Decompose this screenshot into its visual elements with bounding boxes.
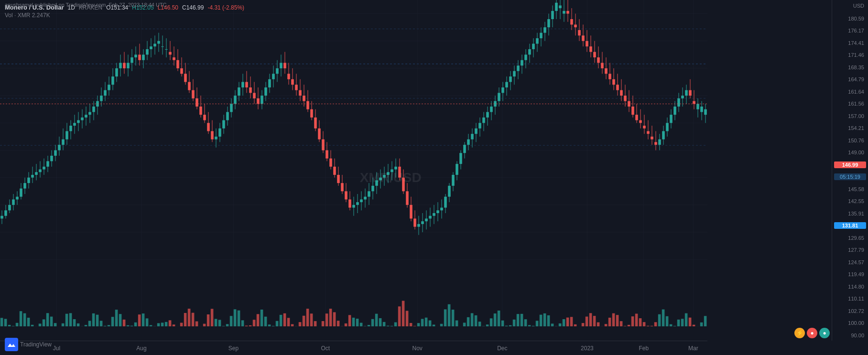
time-display: 05:15:19 (834, 173, 866, 180)
indicator-icon-1: ⚡ (794, 328, 805, 338)
tradingview-logo: TradingView (5, 338, 52, 351)
price-90: 90.00 (834, 332, 866, 339)
price-129: 129.65 (834, 235, 866, 241)
price-119: 119.49 (834, 271, 866, 278)
svg-rect-0 (5, 338, 18, 351)
price-161a: 161.64 (834, 88, 866, 95)
tradingview-icon (5, 338, 18, 351)
time-jul: Jul (53, 345, 60, 352)
time-dec: Dec (497, 345, 507, 352)
volume-info: Vol · XMR 2.247K (5, 12, 244, 19)
price-axis: USD 180.59 176.17 174.41 171.46 168.35 1… (832, 0, 868, 341)
price-146-highlight: 146.99 (834, 161, 866, 168)
price-124: 124.57 (834, 259, 866, 266)
price-102: 102.72 (834, 308, 866, 314)
price-171: 171.46 (834, 52, 866, 58)
price-164: 164.79 (834, 76, 866, 83)
time-feb: Feb (639, 345, 649, 352)
price-157: 157.00 (834, 113, 866, 119)
price-127: 127.79 (834, 247, 866, 253)
published-info: anushsamal published on TradingView.com,… (5, 2, 167, 8)
price-131-highlight: 131.81 (834, 222, 866, 229)
price-154: 154.21 (834, 125, 866, 131)
price-161b: 161.56 (834, 100, 866, 107)
ohlc-close: C146.99 (182, 4, 204, 11)
time-nov: Nov (412, 345, 423, 352)
time-mar: Mar (688, 345, 698, 352)
usd-label: USD (834, 2, 866, 10)
indicator-icons: ⚡ ● ● (794, 328, 830, 338)
ohlc-change: -4.31 (-2.85%) (207, 4, 244, 11)
indicator-icon-3: ● (819, 328, 830, 338)
chart-container: anushsamal published on TradingView.com,… (0, 0, 868, 355)
price-110: 110.11 (834, 295, 866, 302)
price-149: 149.00 (834, 149, 866, 156)
time-oct: Oct (321, 345, 330, 352)
price-150: 150.76 (834, 137, 866, 144)
price-180: 180.59 (834, 15, 866, 22)
price-135: 135.91 (834, 210, 866, 217)
price-176: 176.17 (834, 27, 866, 34)
price-100: 100.00 (834, 320, 866, 326)
time-aug: Aug (136, 345, 146, 352)
tradingview-label: TradingView (20, 341, 52, 348)
indicator-icon-2: ● (807, 328, 817, 338)
time-axis: Jul Aug Sep Oct Nov Dec 2023 Feb Mar (0, 341, 707, 355)
time-sep: Sep (228, 345, 239, 352)
main-chart-canvas (0, 0, 707, 341)
price-142: 142.55 (834, 198, 866, 204)
time-2023: 2023 (581, 345, 594, 352)
price-114: 114.80 (834, 283, 866, 290)
price-174: 174.41 (834, 40, 866, 46)
price-145: 145.58 (834, 186, 866, 193)
price-168: 168.35 (834, 64, 866, 71)
